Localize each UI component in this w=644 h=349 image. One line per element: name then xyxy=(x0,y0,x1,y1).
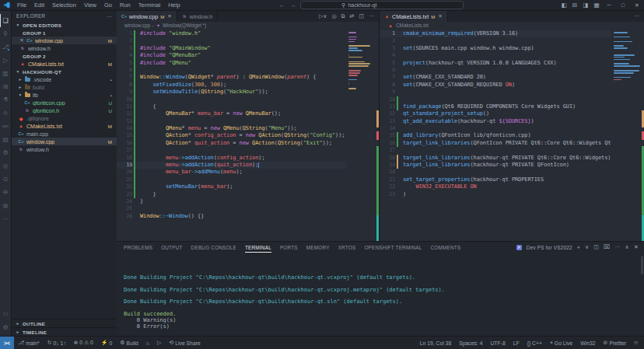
code-line[interactable]: 17 xyxy=(117,147,346,154)
panel-tab-problems[interactable]: PROBLEMS xyxy=(124,242,152,253)
code-line[interactable]: 11 { xyxy=(117,103,346,110)
extensions-icon[interactable]: ⊞ xyxy=(0,80,12,93)
code-line[interactable]: 23 } xyxy=(117,191,346,198)
split-editor-button[interactable]: ◫ xyxy=(359,13,364,19)
tree-item--gitignore[interactable]: ◆.gitignore xyxy=(12,114,117,122)
explorer-icon[interactable]: ❏ xyxy=(0,14,12,27)
gitlens-icon[interactable]: G xyxy=(0,173,12,186)
close-icon[interactable]: ✕ xyxy=(19,37,24,44)
misc-count-item[interactable]: ⚡0 xyxy=(97,337,117,349)
code-line[interactable]: 12qt_standard_project_setup() xyxy=(380,110,611,117)
code-line[interactable]: 9 setWindowTitle(QString("HackHour")); xyxy=(117,89,346,96)
search-icon[interactable]: ⚲ xyxy=(0,27,12,40)
tree-item-window-h[interactable]: hwindow.h xyxy=(12,145,117,153)
code-line[interactable]: 4#include "QMenuBar" xyxy=(117,52,346,59)
gear-circle-icon[interactable]: ⚙ xyxy=(0,146,12,159)
code-line[interactable]: 13qt_add_executable(hackhour-qt ${SOURCE… xyxy=(380,118,611,125)
go-live-button[interactable]: ⌖Go Live xyxy=(546,337,576,349)
split-terminal-button[interactable]: ◫ xyxy=(593,244,599,250)
code-line[interactable]: 6 xyxy=(117,67,346,74)
run-file-button[interactable]: ▷∨ xyxy=(319,13,327,19)
code-line[interactable]: 20 xyxy=(380,169,611,176)
more-views-icon[interactable]: ⋯ xyxy=(0,212,12,225)
branch-item[interactable]: ⎇main* xyxy=(14,337,43,349)
bell-icon[interactable]: ⍾ xyxy=(0,106,12,120)
leaf-icon[interactable]: ✣ xyxy=(0,186,12,199)
code-line[interactable]: 14 QMenu* menu = new QMenu(QString("Menu… xyxy=(117,125,346,132)
terminal-output[interactable]: Done Building Project "C:\Repos\hackhour… xyxy=(117,253,644,336)
code-line[interactable]: 10 xyxy=(117,96,346,103)
menu-go[interactable]: Go xyxy=(100,2,116,9)
source-control-icon[interactable]: ⎇ xyxy=(0,40,12,54)
customize-layout-button[interactable]: ▦ xyxy=(591,0,602,10)
testing-icon[interactable]: ⚗ xyxy=(0,93,12,106)
settings-gear-icon[interactable]: ⚙ xyxy=(0,321,12,334)
menu-view[interactable]: View xyxy=(80,2,100,9)
tree-item-qfonticon-h[interactable]: hqfonticon.hU xyxy=(12,106,117,114)
remote-indicator[interactable]: >< xyxy=(0,337,14,349)
code-line[interactable]: 21 xyxy=(117,176,346,183)
code-line[interactable]: 7set(CMAKE_CXX_STANDARD 20) xyxy=(380,74,611,81)
code-line[interactable]: 26Window::~Window() {} xyxy=(117,213,346,220)
github-icon[interactable]: ◍ xyxy=(0,199,12,212)
new-terminal-button[interactable]: + xyxy=(577,245,580,250)
close-icon[interactable]: ✕ xyxy=(167,13,171,19)
code-line[interactable]: 17 xyxy=(380,147,611,154)
code-line[interactable]: 3set(SOURCES main.cpp window.h window.cp… xyxy=(380,45,611,52)
toggle-primary-sidebar-button[interactable]: ◧ xyxy=(558,0,569,10)
language-mode[interactable]: {} C++ xyxy=(523,337,546,349)
code-line[interactable]: 16target_link_libraries(QFontIcon PRIVAT… xyxy=(380,140,611,147)
explorer-more-actions-button[interactable]: ⋯ xyxy=(107,13,112,19)
remote-explorer-icon[interactable]: ▥ xyxy=(0,67,12,80)
panel-tab-xrtos[interactable]: XRTOS xyxy=(338,242,356,253)
file-settings-icon[interactable]: ▤ xyxy=(0,133,12,146)
close-icon[interactable]: ✕ xyxy=(438,13,442,19)
project-root-header[interactable]: ▾HACKHOUR-QT xyxy=(12,68,117,75)
menu-terminal[interactable]: Terminal xyxy=(135,2,164,9)
tree-item-CMakeLists-txt[interactable]: ▲CMakeLists.txtM xyxy=(12,122,117,130)
kill-terminal-button[interactable]: ⌧ xyxy=(604,244,610,250)
history-forward-icon[interactable]: → xyxy=(289,2,296,9)
cmake-build-button[interactable]: ⚙Build xyxy=(116,337,142,349)
menu-selection[interactable]: Selection xyxy=(48,2,80,9)
code-line[interactable]: 6 xyxy=(380,67,611,74)
toggle-secondary-sidebar-button[interactable]: ◨ xyxy=(580,0,591,10)
maximize-restore-button[interactable]: □ xyxy=(616,0,630,10)
notifications-bell[interactable]: ⍾ xyxy=(630,337,642,349)
aws-icon[interactable]: aws xyxy=(0,120,12,133)
open-editor-item[interactable]: ▲CMakeLists.txtM xyxy=(12,60,117,68)
code-line[interactable]: 18target_link_libraries(hackhour-qt PRIV… xyxy=(380,155,611,162)
breadcrumb-segment[interactable]: Window(QWidget *) xyxy=(163,23,206,28)
code-line[interactable]: 22 setMenuBar(menu_bar); xyxy=(117,183,346,190)
code-line[interactable]: 5#include "QMenu" xyxy=(117,60,346,67)
code-line[interactable]: 4 xyxy=(380,52,611,59)
tree-item-build[interactable]: ▸build xyxy=(12,83,117,91)
command-center-search[interactable]: ⚲ hackhour-qt xyxy=(300,1,464,9)
breadcrumb-segment[interactable]: CMakeLists.txt xyxy=(396,23,429,28)
more-actions-button[interactable]: ⋯ xyxy=(369,13,374,19)
tree-item--vscode[interactable]: ▸.vscode• xyxy=(12,75,117,83)
code-line[interactable]: 19 menu->addAction(quit_action); xyxy=(117,162,346,169)
close-window-button[interactable]: ✕ xyxy=(630,0,644,10)
tree-item-qfonticon-cpp[interactable]: C+qfonticon.cppU xyxy=(12,99,117,106)
open-editor-item[interactable]: hwindow.h xyxy=(12,44,117,52)
code-line[interactable]: 1#include "window.h" xyxy=(117,30,346,37)
panel-tab-openshift-terminal[interactable]: OPENSHIFT TERMINAL xyxy=(364,242,422,253)
open-editors-header[interactable]: ▾OPEN EDITORS xyxy=(12,21,117,29)
tab-CMakeLists-txt[interactable]: ▲CMakeLists.txtM✕ xyxy=(380,11,448,22)
cmake-debug-button[interactable]: ⌂ xyxy=(142,337,153,349)
live-share-button[interactable]: ⟲Live Share xyxy=(165,337,204,349)
tree-item-window-cpp[interactable]: C+window.cppM xyxy=(12,138,117,145)
menu-edit[interactable]: Edit xyxy=(30,2,48,9)
menu-file[interactable]: File xyxy=(13,2,30,9)
tree-item-main-cpp[interactable]: C+main.cpp xyxy=(12,130,117,138)
compare-icon[interactable]: ⇄ xyxy=(350,13,355,19)
cmake-run-button[interactable]: ▷ xyxy=(153,337,165,349)
maximize-panel-button[interactable]: ∧ xyxy=(625,244,629,250)
tab-window-h[interactable]: hwindow.h xyxy=(177,11,219,22)
platform-item[interactable]: Win32 xyxy=(576,337,599,349)
cursor-position[interactable]: Ln 19, Col 38 xyxy=(416,337,455,349)
code-line[interactable]: 21set_target_properties(hackhour-qt PROP… xyxy=(380,176,611,183)
menu-run[interactable]: Run xyxy=(116,2,135,9)
toggle-panel-button[interactable]: ⊟ xyxy=(569,0,580,10)
